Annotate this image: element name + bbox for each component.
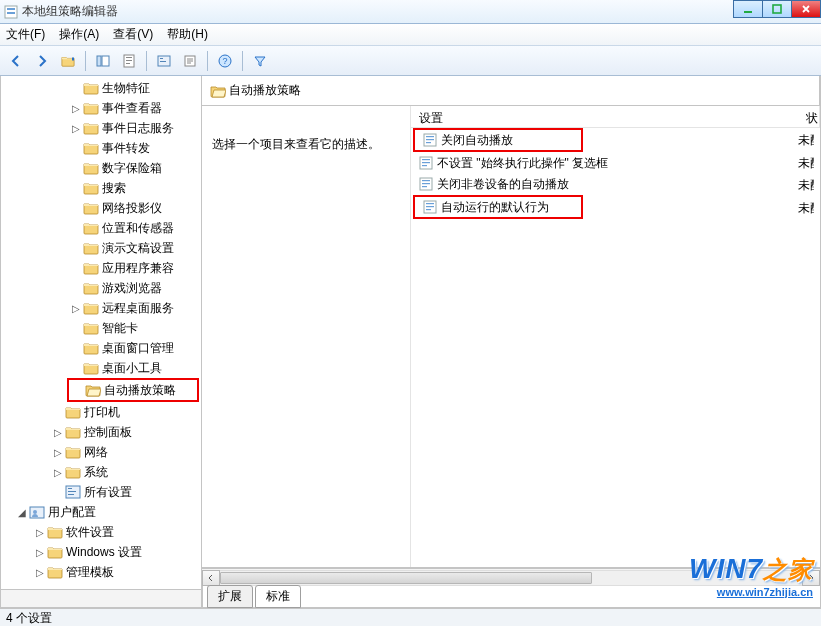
tab-extended[interactable]: 扩展 xyxy=(207,585,253,608)
expand-icon[interactable]: ▷ xyxy=(69,103,83,114)
tree-item[interactable]: ▷软件设置 xyxy=(1,522,201,542)
svg-rect-18 xyxy=(126,57,132,58)
tree-item[interactable]: 事件转发 xyxy=(1,138,201,158)
scroll-thumb[interactable] xyxy=(220,572,592,584)
svg-rect-22 xyxy=(160,58,163,59)
filter-button[interactable] xyxy=(248,49,272,73)
tree-item[interactable]: ▷网络 xyxy=(1,442,201,462)
policy-label: 自动运行的默认行为 xyxy=(441,199,549,216)
minimize-button[interactable] xyxy=(733,0,763,18)
tree-item[interactable]: ▷系统 xyxy=(1,462,201,482)
policy-item[interactable]: 关闭自动播放 xyxy=(417,130,579,150)
scroll-track[interactable] xyxy=(220,570,802,586)
tree-view[interactable]: 生物特征▷事件查看器▷事件日志服务事件转发数字保险箱搜索网络投影仪位置和传感器演… xyxy=(1,76,201,586)
svg-rect-23 xyxy=(160,61,166,62)
expand-icon[interactable]: ▷ xyxy=(33,547,47,558)
tree-item-label: 搜索 xyxy=(102,180,126,197)
tree-item[interactable]: 桌面窗口管理 xyxy=(1,338,201,358)
expand-icon[interactable]: ▷ xyxy=(33,567,47,578)
column-header-settings[interactable]: 设置 xyxy=(411,106,820,127)
expand-icon[interactable]: ▷ xyxy=(69,123,83,134)
menu-file[interactable]: 文件(F) xyxy=(6,26,45,43)
tree-item-label: 数字保险箱 xyxy=(102,160,162,177)
show-hide-tree-button[interactable] xyxy=(91,49,115,73)
tree-item[interactable]: 位置和传感器 xyxy=(1,218,201,238)
export-button[interactable] xyxy=(178,49,202,73)
folder-icon xyxy=(83,121,99,135)
policy-state: 未配 xyxy=(798,155,814,172)
tab-standard[interactable]: 标准 xyxy=(255,585,301,608)
tree-item[interactable]: ▷远程桌面服务 xyxy=(1,298,201,318)
properties-button[interactable] xyxy=(117,49,141,73)
menu-action[interactable]: 操作(A) xyxy=(59,26,99,43)
tree-item[interactable]: ▷Windows 设置 xyxy=(1,542,201,562)
expand-icon[interactable]: ◢ xyxy=(15,507,29,518)
expand-icon[interactable]: ▷ xyxy=(33,527,47,538)
maximize-button[interactable] xyxy=(762,0,792,18)
scroll-left-button[interactable] xyxy=(202,570,220,586)
expand-icon[interactable]: ▷ xyxy=(51,467,65,478)
folder-icon xyxy=(83,101,99,115)
policy-state: 未配 xyxy=(798,200,814,217)
policy-state: 未配 xyxy=(798,177,814,194)
expand-icon[interactable]: ▷ xyxy=(51,427,65,438)
back-button[interactable] xyxy=(4,49,28,73)
tree-item[interactable]: ▷事件日志服务 xyxy=(1,118,201,138)
scroll-right-button[interactable] xyxy=(802,570,820,586)
column-header-state[interactable]: 状 xyxy=(798,106,820,127)
tree-item[interactable]: 演示文稿设置 xyxy=(1,238,201,258)
tree-item[interactable]: 所有设置 xyxy=(1,482,201,502)
tree-item[interactable]: 自动播放策略 xyxy=(69,380,197,400)
policy-item[interactable]: 自动运行的默认行为 xyxy=(417,197,579,217)
folder-icon xyxy=(83,301,99,315)
folder-open-icon xyxy=(85,383,101,397)
menu-view[interactable]: 查看(V) xyxy=(113,26,153,43)
tree-item[interactable]: 桌面小工具 xyxy=(1,358,201,378)
folder-icon xyxy=(65,465,81,479)
tree-item-label: 桌面小工具 xyxy=(102,360,162,377)
tree-item[interactable]: 游戏浏览器 xyxy=(1,278,201,298)
tree-item[interactable]: 搜索 xyxy=(1,178,201,198)
refresh-button[interactable] xyxy=(152,49,176,73)
folder-icon xyxy=(210,84,226,98)
menu-help[interactable]: 帮助(H) xyxy=(167,26,208,43)
forward-button[interactable] xyxy=(30,49,54,73)
tree-pane: 生物特征▷事件查看器▷事件日志服务事件转发数字保险箱搜索网络投影仪位置和传感器演… xyxy=(0,76,202,608)
tree-item[interactable]: 数字保险箱 xyxy=(1,158,201,178)
folder-icon xyxy=(83,161,99,175)
tree-item-label: 桌面窗口管理 xyxy=(102,340,174,357)
tree-item-label: 所有设置 xyxy=(84,484,132,501)
tree-item-label: 系统 xyxy=(84,464,108,481)
tree-item[interactable]: 智能卡 xyxy=(1,318,201,338)
app-icon xyxy=(4,5,18,19)
tree-item[interactable]: 生物特征 xyxy=(1,78,201,98)
expand-icon[interactable]: ▷ xyxy=(69,303,83,314)
folder-icon xyxy=(65,425,81,439)
policy-icon xyxy=(419,156,433,170)
tree-item-label: 游戏浏览器 xyxy=(102,280,162,297)
tree-item-label: 网络投影仪 xyxy=(102,200,162,217)
tree-item[interactable]: ◢用户配置 xyxy=(1,502,201,522)
folder-icon xyxy=(83,221,99,235)
policy-icon xyxy=(423,200,437,214)
tree-item[interactable]: 网络投影仪 xyxy=(1,198,201,218)
policy-item[interactable]: 关闭非卷设备的自动播放 xyxy=(413,174,818,194)
help-button[interactable]: ? xyxy=(213,49,237,73)
policy-label: 关闭自动播放 xyxy=(441,132,513,149)
description-column: 选择一个项目来查看它的描述。 xyxy=(202,106,410,567)
up-button[interactable] xyxy=(56,49,80,73)
tree-item[interactable]: ▷事件查看器 xyxy=(1,98,201,118)
close-button[interactable] xyxy=(791,0,821,18)
tree-item[interactable]: 应用程序兼容 xyxy=(1,258,201,278)
content-hscroll[interactable] xyxy=(202,568,820,586)
folder-icon xyxy=(65,405,81,419)
status-text: 4 个设置 xyxy=(6,611,52,625)
policy-item[interactable]: 不设置 "始终执行此操作" 复选框 xyxy=(413,153,818,173)
folder-icon xyxy=(65,445,81,459)
tree-item[interactable]: ▷控制面板 xyxy=(1,422,201,442)
tree-item[interactable]: 打印机 xyxy=(1,402,201,422)
tree-hscroll[interactable] xyxy=(1,589,201,607)
expand-icon[interactable]: ▷ xyxy=(51,447,65,458)
tree-item-label: 事件转发 xyxy=(102,140,150,157)
tree-item[interactable]: ▷管理模板 xyxy=(1,562,201,582)
